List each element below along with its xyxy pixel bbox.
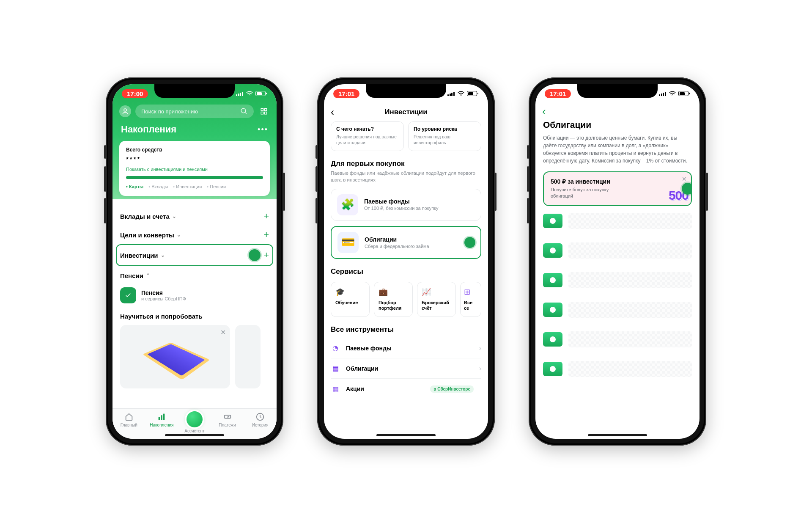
check-chart-icon: [120, 287, 136, 303]
promo-desc: Получите бонус за покупку облигаций: [551, 187, 623, 199]
svc-all[interactable]: ⊞ Все се: [460, 282, 481, 317]
svc-broker[interactable]: 📈 Брокерский счёт: [417, 282, 456, 317]
learn-card[interactable]: [235, 325, 261, 388]
wifi-icon: [246, 90, 253, 97]
instr-bonds[interactable]: ▤ Облигации ›: [331, 358, 481, 379]
briefcase-icon: 💼: [379, 287, 408, 296]
first-purchases-heading: Для первых покупок: [331, 160, 481, 168]
status-time: 17:01: [545, 89, 571, 98]
banknote-icon: [543, 214, 562, 228]
donut-chart-icon: ◔: [331, 344, 340, 352]
arrow-right-icon: [223, 412, 232, 421]
tab-savings[interactable]: Накопления: [146, 412, 177, 427]
more-button[interactable]: •••: [258, 125, 268, 134]
bond-list-item[interactable]: [543, 354, 692, 384]
svc-portfolio[interactable]: 💼 Подбор портфеля: [374, 282, 413, 317]
all-instruments-heading: Все инструменты: [331, 325, 481, 334]
funds-tab-invest[interactable]: Инвестиции: [173, 184, 202, 189]
section-pension[interactable]: Пенсии⌃: [120, 266, 269, 285]
chevron-down-icon: ⌄: [177, 232, 181, 238]
search-placeholder: Поиск по приложению: [141, 108, 198, 115]
instr-mutual-funds[interactable]: ◔ Паевые фонды ›: [331, 338, 481, 358]
promo-card[interactable]: ✕ 500 ₽ за инвестиции Получите бонус за …: [543, 171, 692, 206]
funds-card[interactable]: Всего средств **** Показать с инвестиция…: [119, 141, 270, 196]
bond-list-item[interactable]: [543, 236, 692, 265]
funds-tab-pension[interactable]: Пенсии: [207, 184, 226, 189]
close-icon[interactable]: ✕: [682, 176, 687, 182]
svg-rect-4: [261, 112, 263, 114]
pension-item[interactable]: Пенсия и сервисы СберНПФ: [120, 285, 269, 310]
product-bonds-highlight[interactable]: 💳 Облигации Сбера и федерального займа: [331, 226, 481, 259]
first-purchases-desc: Паевые фонды или надёжные облигации подо…: [331, 170, 481, 183]
avatar[interactable]: [119, 105, 131, 117]
graduation-icon: 🎓: [335, 287, 365, 296]
section-goals[interactable]: Цели и конверты⌄ +: [120, 226, 269, 244]
section-deposits[interactable]: Вклады и счета⌄ +: [120, 207, 269, 226]
suggest-card-start[interactable]: С чего начать? Лучшие решения под разные…: [331, 121, 404, 151]
bond-placeholder: [568, 272, 692, 288]
funds-tab-deposits[interactable]: Вклады: [148, 184, 168, 189]
page-description: Облигации — это долговые ценные бумаги. …: [543, 134, 692, 165]
sberinvestor-badge: в СберИнвесторе: [430, 385, 474, 393]
wifi-icon: [669, 90, 676, 97]
highlight-marker: [249, 249, 261, 261]
clock-icon: [255, 412, 265, 421]
qr-button[interactable]: [258, 105, 270, 117]
svg-rect-2: [261, 108, 263, 110]
funds-tabs: Карты Вклады Инвестиции Пенсии: [126, 184, 263, 189]
signal-icon: [447, 91, 455, 96]
pension-item-subtitle: и сервисы СберНПФ: [141, 296, 186, 301]
add-deposit-button[interactable]: +: [263, 212, 269, 221]
add-goal-button[interactable]: +: [263, 230, 269, 239]
search-input[interactable]: Поиск по приложению: [135, 105, 254, 118]
services-heading: Сервисы: [331, 267, 481, 276]
banknote-icon: [543, 243, 562, 258]
search-icon: [240, 107, 248, 115]
phone-frame-2: 17:01 ‹ Инвестиции С чего начать? Лучшие…: [317, 77, 495, 446]
banknote-icon: [543, 362, 562, 376]
product-mutual-funds[interactable]: 🧩 Паевые фонды От 100 ₽, без комиссии за…: [331, 189, 481, 221]
page-title: Накопления: [121, 124, 176, 135]
funds-tab-cards[interactable]: Карты: [126, 184, 143, 189]
suggest-card-risk[interactable]: По уровню риска Решения под ваш инвестпр…: [408, 121, 481, 151]
learn-card[interactable]: ✕: [120, 325, 230, 388]
grid-icon: ⊞: [464, 287, 470, 296]
add-invest-button[interactable]: +: [263, 250, 269, 260]
page-title: Инвестиции: [384, 108, 428, 116]
battery-icon: [678, 91, 689, 96]
tab-home[interactable]: Главный: [114, 412, 144, 427]
tab-payments[interactable]: Платежи: [212, 412, 243, 427]
bars-icon: [157, 412, 166, 421]
tab-assistant[interactable]: Ассистент: [179, 412, 210, 433]
back-button[interactable]: ‹: [542, 105, 546, 118]
section-invest[interactable]: Инвестиции⌄ +: [120, 246, 269, 264]
funds-link[interactable]: Показать с инвестициями и пенсиями: [126, 167, 263, 172]
svg-rect-3: [265, 108, 267, 110]
svg-point-0: [124, 109, 126, 111]
qr-icon: [260, 107, 268, 115]
bonds-icon: 💳: [337, 232, 359, 253]
tab-history[interactable]: История: [245, 412, 275, 427]
bond-placeholder: [568, 331, 692, 347]
svg-rect-8: [163, 414, 165, 420]
signal-icon: [659, 91, 667, 96]
battery-icon: [467, 91, 477, 96]
funds-progress: [126, 176, 263, 179]
bond-list-item[interactable]: [543, 325, 692, 354]
bond-list-item[interactable]: [543, 206, 692, 236]
chevron-up-icon: ⌃: [146, 273, 150, 278]
instr-stocks[interactable]: ▦ Акции в СберИнвесторе: [331, 379, 481, 399]
learn-heading: Научиться и попробовать: [120, 313, 269, 320]
svc-education[interactable]: 🎓 Обучение: [331, 282, 370, 317]
bond-placeholder: [568, 213, 692, 229]
user-icon: [121, 107, 129, 115]
banknote-icon: [543, 273, 562, 287]
bond-list-item[interactable]: [543, 295, 692, 325]
close-icon[interactable]: ✕: [220, 328, 226, 336]
chevron-down-icon: ⌄: [172, 213, 176, 219]
status-time: 17:00: [122, 89, 148, 98]
back-button[interactable]: ‹: [331, 107, 334, 117]
bond-list-item[interactable]: [543, 265, 692, 295]
pie-icon: 🧩: [337, 194, 358, 215]
banknote-icon: [543, 332, 562, 347]
